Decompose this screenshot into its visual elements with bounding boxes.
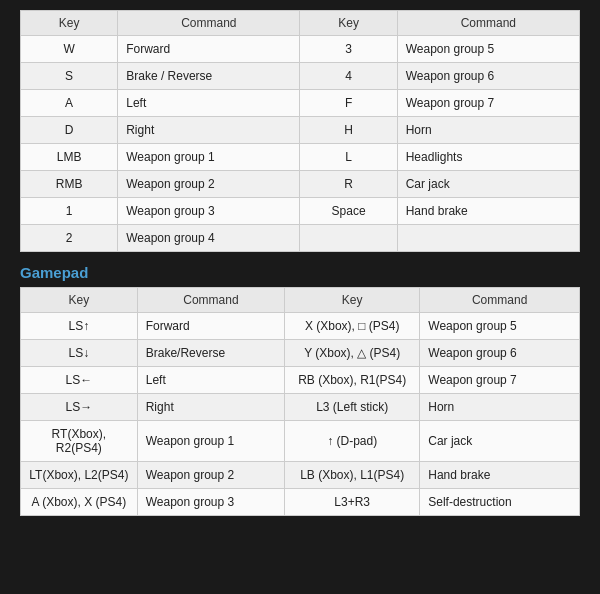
key-cell: D bbox=[21, 117, 118, 144]
gamepad-header-row: KeyCommandKeyCommand bbox=[21, 288, 580, 313]
command-cell: Weapon group 5 bbox=[397, 36, 579, 63]
table-row: LT(Xbox), L2(PS4)Weapon group 2LB (Xbox)… bbox=[21, 462, 580, 489]
command-cell: Weapon group 5 bbox=[420, 313, 580, 340]
table-row: 1Weapon group 3SpaceHand brake bbox=[21, 198, 580, 225]
key-cell: LS→ bbox=[21, 394, 138, 421]
table-row: LMBWeapon group 1LHeadlights bbox=[21, 144, 580, 171]
table-row: LS←LeftRB (Xbox), R1(PS4)Weapon group 7 bbox=[21, 367, 580, 394]
key-cell: L bbox=[300, 144, 397, 171]
column-header: Command bbox=[397, 11, 579, 36]
table-row: WForward3Weapon group 5 bbox=[21, 36, 580, 63]
command-cell: Weapon group 3 bbox=[118, 198, 300, 225]
key-cell: Y (Xbox), △ (PS4) bbox=[285, 340, 420, 367]
command-cell: Car jack bbox=[420, 421, 580, 462]
key-cell: Space bbox=[300, 198, 397, 225]
command-cell: Brake / Reverse bbox=[118, 63, 300, 90]
table-row: RT(Xbox), R2(PS4)Weapon group 1↑ (D-pad)… bbox=[21, 421, 580, 462]
keyboard-header-row: KeyCommandKeyCommand bbox=[21, 11, 580, 36]
command-cell: Self-destruction bbox=[420, 489, 580, 516]
key-cell: R bbox=[300, 171, 397, 198]
command-cell: Left bbox=[137, 367, 284, 394]
key-cell: A bbox=[21, 90, 118, 117]
table-row: ALeftFWeapon group 7 bbox=[21, 90, 580, 117]
command-cell: Weapon group 6 bbox=[420, 340, 580, 367]
gamepad-table: KeyCommandKeyCommand LS↑ForwardX (Xbox),… bbox=[20, 287, 580, 516]
column-header: Command bbox=[137, 288, 284, 313]
command-cell: Weapon group 7 bbox=[420, 367, 580, 394]
table-row: A (Xbox), X (PS4)Weapon group 3L3+R3Self… bbox=[21, 489, 580, 516]
command-cell: Car jack bbox=[397, 171, 579, 198]
command-cell: Weapon group 4 bbox=[118, 225, 300, 252]
command-cell: Weapon group 2 bbox=[118, 171, 300, 198]
keyboard-section: KeyCommandKeyCommand WForward3Weapon gro… bbox=[20, 10, 580, 252]
command-cell: Brake/Reverse bbox=[137, 340, 284, 367]
command-cell: Weapon group 3 bbox=[137, 489, 284, 516]
key-cell: RT(Xbox), R2(PS4) bbox=[21, 421, 138, 462]
command-cell: Right bbox=[137, 394, 284, 421]
command-cell: Forward bbox=[137, 313, 284, 340]
key-cell: 4 bbox=[300, 63, 397, 90]
command-cell: Hand brake bbox=[397, 198, 579, 225]
command-cell: Weapon group 7 bbox=[397, 90, 579, 117]
table-row: LS↓Brake/ReverseY (Xbox), △ (PS4)Weapon … bbox=[21, 340, 580, 367]
key-cell: LMB bbox=[21, 144, 118, 171]
command-cell: Weapon group 1 bbox=[137, 421, 284, 462]
key-cell: W bbox=[21, 36, 118, 63]
gamepad-body: LS↑ForwardX (Xbox), □ (PS4)Weapon group … bbox=[21, 313, 580, 516]
key-cell: F bbox=[300, 90, 397, 117]
key-cell: LB (Xbox), L1(PS4) bbox=[285, 462, 420, 489]
key-cell: L3+R3 bbox=[285, 489, 420, 516]
command-cell: Right bbox=[118, 117, 300, 144]
key-cell: ↑ (D-pad) bbox=[285, 421, 420, 462]
key-cell: 2 bbox=[21, 225, 118, 252]
column-header: Command bbox=[420, 288, 580, 313]
key-cell: LS← bbox=[21, 367, 138, 394]
table-row: SBrake / Reverse4Weapon group 6 bbox=[21, 63, 580, 90]
key-cell: H bbox=[300, 117, 397, 144]
gamepad-section-title: Gamepad bbox=[20, 264, 580, 281]
command-cell bbox=[397, 225, 579, 252]
table-row: 2Weapon group 4 bbox=[21, 225, 580, 252]
key-cell: A (Xbox), X (PS4) bbox=[21, 489, 138, 516]
key-cell: 3 bbox=[300, 36, 397, 63]
key-cell: X (Xbox), □ (PS4) bbox=[285, 313, 420, 340]
command-cell: Weapon group 6 bbox=[397, 63, 579, 90]
command-cell: Weapon group 2 bbox=[137, 462, 284, 489]
column-header: Key bbox=[300, 11, 397, 36]
gamepad-section: KeyCommandKeyCommand LS↑ForwardX (Xbox),… bbox=[20, 287, 580, 516]
column-header: Command bbox=[118, 11, 300, 36]
table-row: LS↑ForwardX (Xbox), □ (PS4)Weapon group … bbox=[21, 313, 580, 340]
column-header: Key bbox=[285, 288, 420, 313]
key-cell: LT(Xbox), L2(PS4) bbox=[21, 462, 138, 489]
key-cell bbox=[300, 225, 397, 252]
column-header: Key bbox=[21, 11, 118, 36]
key-cell: S bbox=[21, 63, 118, 90]
command-cell: Horn bbox=[420, 394, 580, 421]
command-cell: Horn bbox=[397, 117, 579, 144]
key-cell: LS↓ bbox=[21, 340, 138, 367]
table-row: LS→RightL3 (Left stick)Horn bbox=[21, 394, 580, 421]
column-header: Key bbox=[21, 288, 138, 313]
command-cell: Weapon group 1 bbox=[118, 144, 300, 171]
command-cell: Hand brake bbox=[420, 462, 580, 489]
key-cell: 1 bbox=[21, 198, 118, 225]
key-cell: RMB bbox=[21, 171, 118, 198]
key-cell: L3 (Left stick) bbox=[285, 394, 420, 421]
table-row: RMBWeapon group 2RCar jack bbox=[21, 171, 580, 198]
command-cell: Headlights bbox=[397, 144, 579, 171]
command-cell: Forward bbox=[118, 36, 300, 63]
table-row: DRightHHorn bbox=[21, 117, 580, 144]
key-cell: RB (Xbox), R1(PS4) bbox=[285, 367, 420, 394]
command-cell: Left bbox=[118, 90, 300, 117]
keyboard-table: KeyCommandKeyCommand WForward3Weapon gro… bbox=[20, 10, 580, 252]
keyboard-body: WForward3Weapon group 5SBrake / Reverse4… bbox=[21, 36, 580, 252]
key-cell: LS↑ bbox=[21, 313, 138, 340]
